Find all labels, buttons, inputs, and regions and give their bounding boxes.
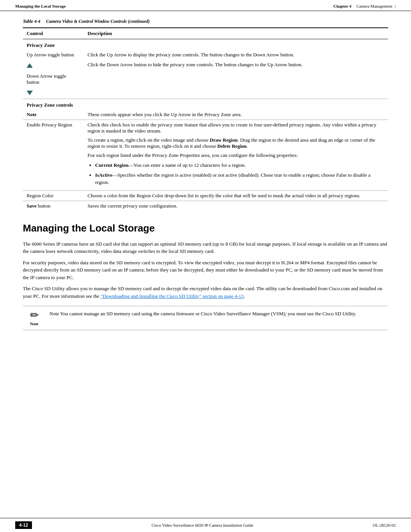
chapter-title: Camera Management [357, 4, 392, 8]
enable-privacy-desc-cell: Check this check box to enable the priva… [84, 120, 388, 191]
section-para3: The Cisco SD Utility allows you to manag… [23, 285, 388, 300]
section-para2: For security purposes, video data stored… [23, 259, 388, 281]
region-color-desc-cell: Choose a color from the Region Color dro… [84, 190, 388, 201]
table-row: Up Arrow toggle button Click the Up Arro… [23, 50, 388, 60]
enable-privacy-para2: To create a region, right-click on the v… [88, 137, 384, 149]
chapter-label: Chapter 4 [333, 4, 351, 8]
table-caption: Table 4-4 Camera Video & Control Window … [23, 19, 388, 24]
save-desc-cell: Saves the current privacy zone configura… [84, 201, 388, 211]
isactive-bold: IsActive [95, 172, 113, 178]
col-header-description: Description [84, 28, 388, 39]
note-icon-area: ✏ Note [23, 310, 49, 326]
table-row [23, 87, 388, 99]
note-block: ✏ Note Note You cannot manage an SD memo… [23, 306, 388, 330]
current-region-bold: Current Region [95, 162, 129, 168]
down-arrow-description: Click the Down Arrow button to hide the … [88, 62, 302, 67]
save-button-text: button [37, 203, 50, 209]
footer-doc-number: OL-28120-02 [373, 523, 396, 527]
table-row: Enable Privacy Region Check this check b… [23, 120, 388, 191]
note-text-cell: These controls appear when you click the… [84, 110, 388, 120]
header-section-title: Managing the Local Storage [15, 4, 66, 8]
header-separator [353, 4, 355, 8]
enable-privacy-para3: Foe each region listed under the Privacy… [88, 152, 384, 158]
col-header-control: Control [23, 28, 84, 39]
up-arrow-control-label: Up Arrow toggle button [27, 52, 74, 58]
up-arrow-icon-cell [23, 60, 84, 71]
privacy-zone-section-row: Privacy Zone [23, 39, 388, 50]
table-row: Save button Saves the current privacy zo… [23, 201, 388, 211]
bullet-isactive: IsActive—Specifies whether the region is… [95, 171, 384, 186]
down-arrow-icon-cell [84, 71, 388, 87]
enable-privacy-control-cell: Enable Privacy Region [23, 120, 84, 191]
privacy-zone-controls-section-row: Privacy Zone controls [23, 99, 388, 110]
section-para1: The 6000 Series IP cameras have an SD ca… [23, 240, 388, 255]
bullet-current-region: Current Region—You can enter a name of u… [95, 161, 384, 169]
down-arrow-control-label: Down Arrow toggle button [27, 73, 66, 85]
para3-after-link: . [244, 293, 245, 299]
section-heading: Managing the Local Storage [23, 222, 388, 234]
table-row: Click the Down Arrow button to hide the … [23, 60, 388, 71]
privacy-zone-controls-text: Privacy Zone controls [27, 102, 73, 108]
down-icon-cell [23, 87, 84, 99]
footer-page-number: 4-12 [15, 521, 32, 529]
table-number: Table 4-4 [23, 19, 40, 24]
draw-region-bold: Draw Region [210, 137, 237, 143]
footer-center-text: Cisco Video Surveillance 6020 IP Camera … [151, 523, 253, 527]
up-arrow-icon [27, 63, 33, 68]
region-color-control-cell: Region Color [23, 190, 84, 201]
page-footer: 4-12 Cisco Video Surveillance 6020 IP Ca… [0, 518, 411, 532]
table-note-row: Note These controls appear when you clic… [23, 110, 388, 120]
controls-table: Control Description Privacy Zone Up Arro… [23, 27, 388, 211]
cisco-sd-utility-link[interactable]: "Downloading and Installing the Cisco SD… [100, 293, 244, 299]
up-arrow-desc-cell: Click the Up Arrow to display the privac… [84, 50, 388, 60]
privacy-zone-controls-label: Privacy Zone controls [23, 99, 388, 110]
save-control-cell: Save button [23, 201, 84, 211]
enable-privacy-para1: Check this check box to enable the priva… [88, 122, 384, 134]
pencil-icon: ✏ [30, 310, 39, 321]
save-label: Save [27, 203, 37, 209]
enable-privacy-label: Enable Privacy Region [27, 122, 72, 128]
table-row: Region Color Choose a color from the Reg… [23, 190, 388, 201]
down-arrow-icon [27, 91, 33, 95]
delete-region-bold: Delete Region [217, 143, 247, 149]
empty-cell [84, 87, 388, 99]
down-arrow-desc-cell: Click the Down Arrow button to hide the … [84, 60, 388, 71]
privacy-zone-bullet-list: Current Region—You can enter a name of u… [95, 161, 384, 186]
note-label: Note [27, 112, 37, 117]
down-arrow-control-cell: Down Arrow toggle button [23, 71, 84, 87]
isactive-text: —Specifies whether the region is active … [95, 172, 370, 185]
note-label-below: Note [30, 321, 38, 326]
current-region-text: —You can enter a name of up to 12 charac… [129, 162, 246, 168]
main-content: Table 4-4 Camera Video & Control Window … [0, 11, 411, 344]
header-chapter-info: Chapter 4 Camera Management | [333, 4, 396, 8]
table-row: Down Arrow toggle button [23, 71, 388, 87]
page-header: Managing the Local Storage Chapter 4 Cam… [0, 0, 411, 11]
up-arrow-control-cell: Up Arrow toggle button [23, 50, 84, 60]
note-label-cell: Note [23, 110, 84, 120]
table-title: Camera Video & Control Window Controls (… [46, 19, 150, 24]
header-pipe: | [394, 4, 396, 8]
note-text-body: Note You cannot manage an SD memory card… [49, 310, 388, 318]
privacy-zone-section-label: Privacy Zone [23, 39, 388, 50]
